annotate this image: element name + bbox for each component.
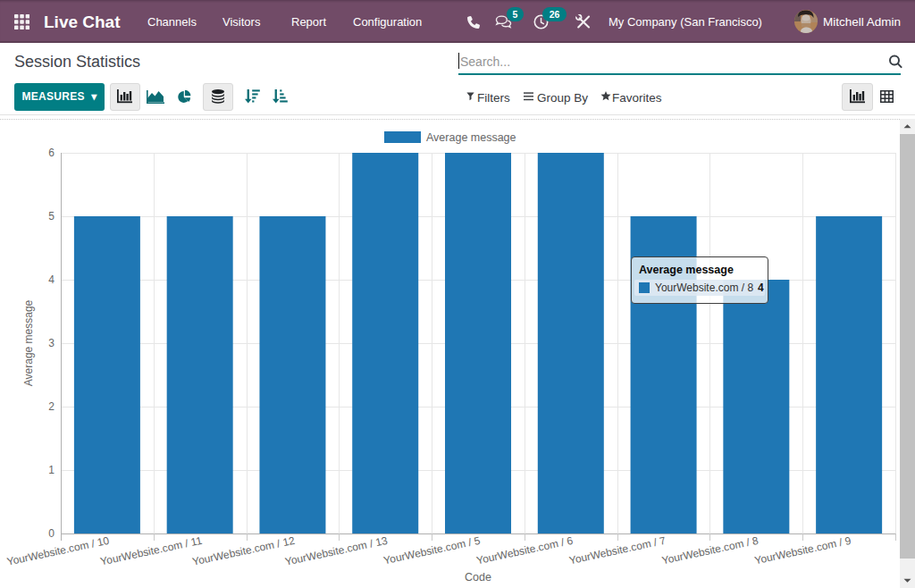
svg-text:1: 1 bbox=[48, 464, 55, 476]
svg-text:YourWebsite.com / 10: YourWebsite.com / 10 bbox=[5, 534, 110, 568]
svg-text:Average message: Average message bbox=[426, 131, 516, 144]
svg-text:4: 4 bbox=[48, 273, 55, 286]
svg-text:2: 2 bbox=[48, 400, 55, 413]
svg-text:3: 3 bbox=[48, 337, 55, 349]
svg-text:0: 0 bbox=[48, 527, 55, 540]
svg-text:5: 5 bbox=[48, 210, 55, 223]
svg-text:Code: Code bbox=[465, 571, 491, 584]
svg-text:6: 6 bbox=[48, 147, 55, 159]
svg-text:YourWebsite.com / 12: YourWebsite.com / 12 bbox=[191, 534, 296, 568]
svg-text:YourWebsite.com / 13: YourWebsite.com / 13 bbox=[284, 534, 389, 568]
svg-text:YourWebsite.com / 11: YourWebsite.com / 11 bbox=[99, 534, 204, 568]
svg-text:Average message: Average message bbox=[22, 299, 35, 386]
